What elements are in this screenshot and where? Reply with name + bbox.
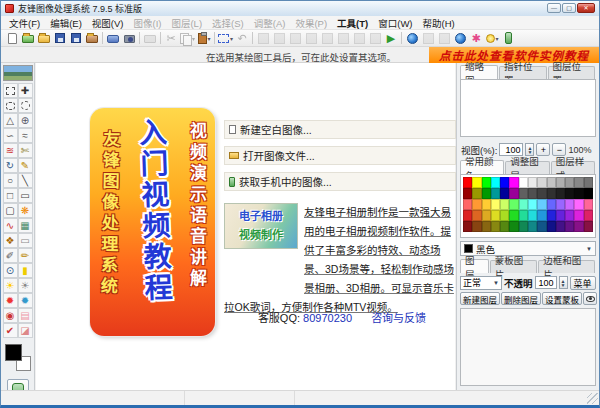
ellipse-select-tool[interactable] — [18, 98, 33, 113]
palette-color-990099[interactable] — [509, 188, 518, 199]
delete-layer-button[interactable]: 删除图层 — [501, 292, 541, 305]
palette-color-9966ff[interactable] — [556, 199, 565, 210]
tab-color-0[interactable]: 常用颜色 — [460, 160, 504, 174]
paste-button[interactable]: ▾ — [196, 31, 212, 46]
feedback-link[interactable]: 咨询与反馈 — [371, 312, 426, 324]
palette-color-ff6699[interactable] — [584, 199, 593, 210]
palette-color-ddaa22[interactable] — [482, 210, 491, 221]
palette-color-881144[interactable] — [584, 221, 593, 232]
filled-rect-tool[interactable]: ▭ — [18, 188, 33, 203]
play-demo-button[interactable]: ▶ — [383, 31, 399, 46]
palette-color-737373[interactable] — [584, 177, 593, 188]
palette-color-886611[interactable] — [482, 221, 491, 232]
file-browser-button[interactable] — [84, 31, 100, 46]
palette-color-22dd22[interactable] — [509, 210, 518, 221]
burn-tool[interactable]: ☀ — [18, 278, 33, 293]
palette-color-661188[interactable] — [565, 221, 574, 232]
rotate-tool[interactable]: ↻ — [3, 158, 18, 173]
palette-color-0000ff[interactable] — [500, 177, 509, 188]
fill-tool[interactable]: ❖ — [3, 233, 18, 248]
palette-color-6666ff[interactable] — [547, 199, 556, 210]
palette-color-000099[interactable] — [500, 188, 509, 199]
pen-tool[interactable]: ✎ — [18, 158, 33, 173]
palette-color-ff66ff[interactable] — [574, 199, 583, 210]
magnetic-lasso-tool[interactable]: ≋ — [3, 143, 18, 158]
frame-tool[interactable]: ▭ — [18, 233, 33, 248]
welcome-link-0[interactable]: 新建空白图像... — [224, 120, 456, 139]
brush-tool[interactable]: ❋ — [18, 203, 33, 218]
palette-color-ff0000[interactable] — [463, 177, 472, 188]
roundrect-draw-tool[interactable]: ▢ — [3, 203, 18, 218]
palette-color-999900[interactable] — [472, 188, 481, 199]
acquire-image-button[interactable] — [121, 31, 137, 46]
palette-color-009999[interactable] — [491, 188, 500, 199]
palette-color-009900[interactable] — [482, 188, 491, 199]
website-button[interactable] — [452, 31, 468, 46]
palette-color-118888[interactable] — [528, 221, 537, 232]
palette-color-9b9b9b[interactable] — [565, 177, 574, 188]
scan-button[interactable] — [105, 31, 121, 46]
redeye-tool[interactable]: ◉ — [3, 308, 18, 323]
new-layer-button[interactable]: 新建图层 — [460, 292, 500, 305]
zoom-tool[interactable]: ⊙ — [3, 263, 18, 278]
palette-color-ccff66[interactable] — [500, 199, 509, 210]
move-tool[interactable]: ✚ — [18, 83, 33, 98]
palette-color-dddd22[interactable] — [491, 210, 500, 221]
layer-menu-button[interactable]: 菜单 — [570, 276, 596, 290]
palette-color-884411[interactable] — [472, 221, 481, 232]
palette-color-111188[interactable] — [547, 221, 556, 232]
palette-color-990000[interactable] — [463, 188, 472, 199]
palette-color-aadd22[interactable] — [500, 210, 509, 221]
open-image-button[interactable] — [20, 31, 36, 46]
palette-color-ff00ff[interactable] — [509, 177, 518, 188]
palette-color-66ccff[interactable] — [537, 199, 546, 210]
welcome-link-2[interactable]: 获取手机中的图像... — [224, 172, 456, 191]
pencil-tool[interactable]: ✏ — [18, 248, 33, 263]
opacity-spinner[interactable]: ▲▼ — [559, 276, 568, 289]
maximize-button[interactable]: ▢ — [562, 3, 576, 13]
palette-color-080808[interactable] — [574, 188, 583, 199]
phone-connect-button[interactable] — [500, 31, 516, 46]
toggle-visibility-button[interactable] — [583, 292, 597, 305]
palette-color-00ffff[interactable] — [491, 177, 500, 188]
blur-tool[interactable]: ✹ — [18, 293, 33, 308]
menu-help[interactable]: 帮助(H) — [418, 15, 460, 31]
save-as-button[interactable] — [68, 31, 84, 46]
magic-wand-tool[interactable]: ⊕ — [18, 113, 33, 128]
close-button[interactable]: ✕ — [577, 3, 595, 13]
palette-color-66ffff[interactable] — [528, 199, 537, 210]
open-folder-button[interactable] — [36, 31, 52, 46]
palette-color-ffff00[interactable] — [472, 177, 481, 188]
palette-color-881111[interactable] — [463, 221, 472, 232]
lasso-select-tool[interactable]: ∽ — [3, 128, 18, 143]
welcome-link-1[interactable]: 打开图像文件... — [224, 146, 456, 165]
palette-color-404040[interactable] — [537, 188, 546, 199]
palette-color-2299dd[interactable] — [537, 210, 546, 221]
palette-color-888811[interactable] — [491, 221, 500, 232]
menu-tool[interactable]: 工具(T) — [332, 15, 373, 31]
palette-color-afafaf[interactable] — [556, 177, 565, 188]
curve-tool[interactable]: ∿ — [3, 218, 18, 233]
rect-select-tool[interactable] — [3, 83, 18, 98]
palette-color-ff6666[interactable] — [463, 199, 472, 210]
palette-color-9922dd[interactable] — [565, 210, 574, 221]
new-file-button[interactable] — [4, 31, 20, 46]
qq-number[interactable]: 80970230 — [303, 312, 352, 324]
promotion-button[interactable]: ✱ — [468, 31, 484, 46]
online-help-button[interactable] — [404, 31, 420, 46]
palette-color-dd2222[interactable] — [463, 210, 472, 221]
album-software-thumbnail[interactable]: 电子相册 视频制作 — [224, 203, 298, 249]
menu-view[interactable]: 视图(V) — [87, 15, 129, 31]
polygon-select-tool[interactable]: △ — [3, 113, 18, 128]
tutorial-banner[interactable]: 友锋图像处理系统 入门视频教程 视频演示语音讲解 — [90, 108, 215, 336]
crop-knife-tool[interactable]: ✄ — [18, 143, 33, 158]
palette-color-558811[interactable] — [500, 221, 509, 232]
eraser-tool[interactable]: ◪ — [18, 323, 33, 338]
palette-color-dd2266[interactable] — [584, 210, 593, 221]
palette-color-441188[interactable] — [556, 221, 565, 232]
tab-layer-1[interactable]: 蒙板图片 — [490, 260, 537, 273]
palette-color-505050[interactable] — [528, 188, 537, 199]
eyedropper-tool[interactable]: ✐ — [3, 248, 18, 263]
palette-color-ebebeb[interactable] — [528, 177, 537, 188]
tab-info-1[interactable]: 指针位置 — [499, 66, 546, 79]
